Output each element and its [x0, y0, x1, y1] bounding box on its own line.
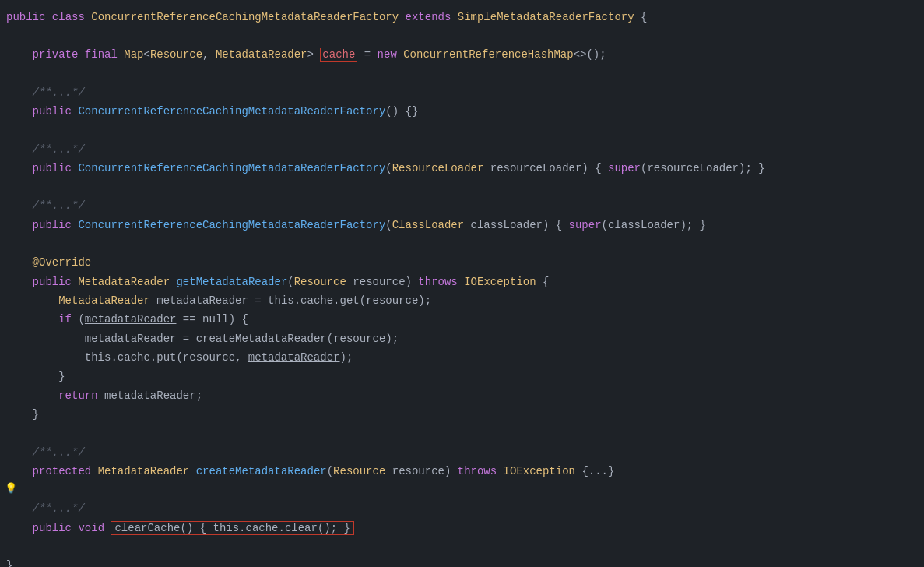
code-line: /**...*/ [0, 443, 924, 462]
plain-text: {...} [575, 465, 614, 477]
keyword: public [33, 522, 72, 534]
keyword: private [33, 48, 79, 61]
plain-text: , [202, 48, 216, 61]
keyword: public [33, 219, 72, 231]
plain-text [6, 276, 33, 288]
keyword: public [6, 11, 45, 23]
comment: /**...*/ [33, 86, 85, 99]
plain-text: resource) [385, 465, 457, 477]
plain-text: resourceLoader) { [483, 162, 608, 174]
keyword: class [52, 11, 85, 23]
line-content: } [0, 406, 924, 423]
plain-text [45, 11, 51, 23]
plain-text: = this.cache.get(resource); [248, 294, 431, 307]
plain-text: ; [196, 389, 202, 402]
line-content: /**...*/ [0, 141, 924, 158]
comment: /**...*/ [33, 446, 85, 459]
plain-text: < [143, 48, 149, 61]
plain-text: () {} [385, 105, 418, 118]
keyword: super [608, 162, 641, 174]
code-line: /**...*/ [0, 140, 924, 159]
highlighted-block: clearCache() { this.cache.clear(); } [111, 521, 353, 535]
type-name: IOException [464, 276, 536, 288]
code-line: /**...*/ [0, 499, 924, 518]
line-content: metadataReader = createMetadataReader(re… [0, 330, 924, 347]
code-line [0, 26, 924, 45]
plain-text: ( [287, 276, 293, 288]
code-line [0, 424, 924, 443]
plain-text: > [307, 48, 321, 61]
variable-ref: metadataReader [156, 294, 248, 307]
line-content: public ConcurrentReferenceCachingMetadat… [0, 103, 924, 120]
code-line: public ConcurrentReferenceCachingMetadat… [0, 159, 924, 178]
line-content: return metadataReader; [0, 387, 924, 404]
function-name: ConcurrentReferenceCachingMetadataReader… [78, 105, 385, 118]
plain-text [497, 465, 503, 477]
type-name: ResourceLoader [392, 162, 484, 174]
comment: /**...*/ [33, 502, 85, 515]
plain-text [451, 11, 457, 23]
code-line: } [0, 367, 924, 386]
code-line [0, 65, 924, 83]
plain-text [150, 294, 156, 307]
code-line: MetadataReader metadataReader = this.cac… [0, 291, 924, 310]
line-content: @Override [0, 254, 924, 271]
plain-text: classLoader) { [464, 219, 568, 231]
plain-text [399, 11, 405, 23]
code-line: protected MetadataReader createMetadataR… [0, 462, 924, 481]
plain-text [6, 446, 33, 459]
code-line: public MetadataReader getMetadataReader(… [0, 273, 924, 291]
code-line: if (metadataReader == null) { [0, 310, 924, 329]
keyword: return [58, 389, 97, 402]
plain-text [91, 465, 97, 477]
type-name: Resource [333, 465, 385, 477]
plain-text: } [6, 559, 12, 567]
plain-text [118, 48, 124, 61]
code-line: } [0, 405, 924, 424]
plain-text: ( [385, 162, 392, 174]
keyword: super [569, 219, 602, 231]
code-line: @Override [0, 253, 924, 272]
function-name: getMetadataReader [176, 276, 287, 288]
plain-text [6, 333, 85, 345]
bulb-icon: 💡 [5, 481, 17, 498]
type-name: Resource [150, 48, 202, 61]
keyword: if [58, 313, 72, 326]
function-name: ConcurrentReferenceCachingMetadataReader… [78, 219, 385, 231]
line-content: /**...*/ [0, 84, 924, 101]
plain-text: { [536, 276, 550, 288]
plain-text [397, 48, 403, 61]
plain-text [189, 465, 195, 477]
plain-text [6, 86, 33, 99]
code-line: public void clearCache() { this.cache.cl… [0, 519, 924, 537]
type-name: IOException [504, 465, 575, 477]
type-name: MetadataReader [58, 294, 150, 307]
code-line: public ConcurrentReferenceCachingMetadat… [0, 216, 924, 234]
plain-text [6, 313, 58, 326]
code-line: } [0, 556, 924, 567]
plain-text: (resourceLoader); } [641, 162, 765, 174]
plain-text [6, 105, 33, 118]
code-line: return metadataReader; [0, 386, 924, 405]
type-name: MetadataReader [216, 48, 307, 61]
keyword: public [33, 162, 72, 174]
code-line [0, 234, 924, 253]
plain-text: (classLoader); } [602, 219, 706, 231]
code-line [0, 122, 924, 140]
comment: /**...*/ [33, 199, 85, 212]
type-name: MetadataReader [98, 465, 190, 477]
keyword: throws [418, 276, 457, 288]
highlighted-token: cache [320, 48, 357, 62]
plain-text: this.cache.put(resource, [6, 351, 248, 364]
code-line: public class ConcurrentReferenceCachingM… [0, 8, 924, 26]
line-content: private final Map<Resource, MetadataRead… [0, 46, 924, 63]
line-content: public MetadataReader getMetadataReader(… [0, 273, 924, 291]
line-content: if (metadataReader == null) { [0, 311, 924, 328]
code-line: metadataReader = createMetadataReader(re… [0, 329, 924, 348]
plain-text: } [6, 370, 65, 382]
plain-text: ( [385, 219, 392, 231]
annotation: @Override [6, 256, 91, 269]
plain-text: == null) { [176, 313, 248, 326]
plain-text: ); [339, 351, 353, 364]
comment: /**...*/ [33, 143, 85, 156]
